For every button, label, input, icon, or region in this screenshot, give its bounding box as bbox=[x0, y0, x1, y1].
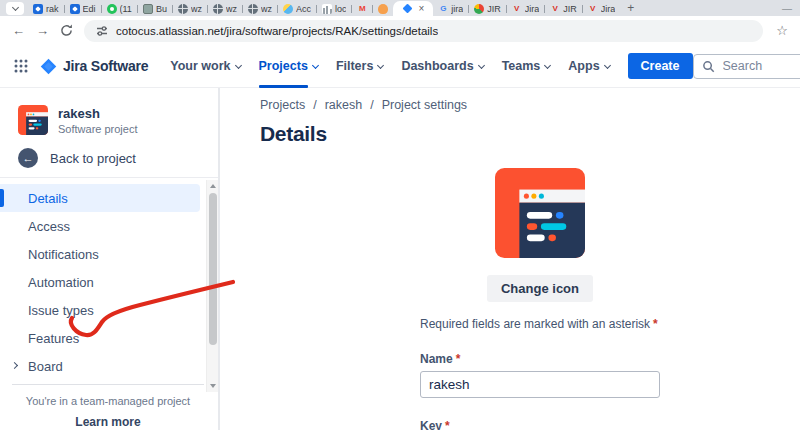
browser-toolbar: ← → cotocus.atlassian.net/jira/software/… bbox=[0, 16, 800, 45]
chart-favicon-icon bbox=[322, 4, 332, 14]
key-label-text: Key bbox=[420, 419, 442, 430]
search-input[interactable] bbox=[721, 58, 800, 74]
tab-label: jira bbox=[451, 4, 463, 14]
tab-label: rak bbox=[46, 4, 59, 14]
project-avatar bbox=[18, 105, 48, 135]
sidebar-item-automation[interactable]: Automation bbox=[0, 268, 200, 296]
browser-tab-acc[interactable]: Acc bbox=[278, 1, 316, 16]
name-label-text: Name bbox=[420, 352, 453, 366]
browser-tab-jir[interactable]: VJIR bbox=[545, 1, 582, 16]
browser-tab-rak[interactable]: rak bbox=[28, 1, 64, 16]
browser-tab-wz[interactable]: wz bbox=[173, 1, 207, 16]
chevron-down-icon bbox=[478, 62, 485, 69]
search-box[interactable] bbox=[693, 54, 800, 79]
chevron-down-icon bbox=[377, 62, 384, 69]
project-type: Software project bbox=[58, 123, 137, 135]
create-button[interactable]: Create bbox=[628, 53, 693, 79]
tab-label: wz bbox=[261, 4, 272, 14]
jira-logo[interactable]: Jira Software bbox=[40, 58, 148, 75]
browser-tab-gmail[interactable]: M bbox=[352, 1, 372, 16]
jiradiamond-favicon-icon bbox=[402, 4, 412, 14]
nav-item-projects[interactable]: Projects bbox=[259, 45, 318, 88]
nav-item-label: Filters bbox=[336, 59, 374, 73]
site-settings-icon[interactable] bbox=[96, 25, 108, 37]
window-control-dash[interactable]: — bbox=[774, 3, 800, 16]
tab-label: wz bbox=[191, 4, 202, 14]
sidebar-item-access[interactable]: Access bbox=[0, 212, 200, 240]
browser-tab-wz[interactable]: wz bbox=[243, 1, 277, 16]
browser-tab-jira[interactable]: VJira bbox=[583, 1, 621, 16]
nav-item-teams[interactable]: Teams bbox=[502, 45, 551, 88]
vred-favicon-icon: V bbox=[512, 4, 522, 14]
sidebar-item-issue-types[interactable]: Issue types bbox=[0, 296, 200, 324]
sidebar-item-label: Access bbox=[28, 219, 70, 234]
asterisk: * bbox=[456, 352, 461, 366]
sidebar-item-label: Issue types bbox=[28, 303, 94, 318]
asterisk: * bbox=[653, 317, 658, 331]
sidebar-item-label: Board bbox=[28, 359, 63, 374]
jira-logo-icon bbox=[40, 58, 57, 75]
project-name: rakesh bbox=[58, 106, 137, 121]
sidebar-item-board[interactable]: Board bbox=[0, 352, 200, 380]
tab-label: wz bbox=[226, 4, 237, 14]
close-icon[interactable]: × bbox=[418, 4, 424, 14]
sidebar-item-label: Notifications bbox=[28, 247, 99, 262]
learn-more-link[interactable]: Learn more bbox=[0, 415, 216, 430]
nav-item-apps[interactable]: Apps bbox=[568, 45, 609, 88]
browser-tab-jir[interactable]: JIR bbox=[469, 1, 506, 16]
sidebar-item-label: Automation bbox=[28, 275, 94, 290]
browser-tab-bu[interactable]: Bu bbox=[138, 1, 172, 16]
scrollbar-thumb[interactable] bbox=[209, 193, 217, 345]
tab-search-button[interactable] bbox=[6, 2, 24, 15]
nav-item-your-work[interactable]: Your work bbox=[170, 45, 240, 88]
browser-tab-11[interactable]: (11 bbox=[102, 1, 137, 16]
breadcrumb-item[interactable]: Projects bbox=[260, 98, 305, 112]
address-bar[interactable]: cotocus.atlassian.net/jira/software/proj… bbox=[84, 20, 763, 42]
browser-window: rakEdi(11BuwzwzwzAcclocM×GjiraJIRVJiraVJ… bbox=[0, 0, 800, 430]
tab-label: (11 bbox=[120, 4, 132, 14]
back-arrow-icon: ← bbox=[18, 148, 38, 168]
chevron-down-icon bbox=[11, 4, 18, 11]
nav-item-label: Projects bbox=[259, 59, 308, 73]
sidebar-item-notifications[interactable]: Notifications bbox=[0, 240, 200, 268]
new-tab-button[interactable]: + bbox=[620, 1, 641, 16]
bot-favicon-icon bbox=[143, 4, 153, 14]
browser-tab-hand[interactable] bbox=[373, 1, 393, 16]
change-icon-button[interactable]: Change icon bbox=[487, 275, 593, 302]
bookmark-star-icon[interactable]: ☆ bbox=[776, 23, 788, 38]
tab-label: Edi bbox=[83, 4, 96, 14]
globe-favicon-icon bbox=[248, 4, 258, 14]
sidebar-scrollbar[interactable] bbox=[206, 180, 218, 392]
sidebar-item-details[interactable]: Details bbox=[0, 184, 200, 212]
breadcrumb-item[interactable]: rakesh bbox=[325, 98, 363, 112]
globe-favicon-icon bbox=[213, 4, 223, 14]
browser-tab-jira[interactable]: VJira bbox=[507, 1, 545, 16]
back-button[interactable]: ← bbox=[12, 23, 25, 38]
back-to-project[interactable]: ← Back to project bbox=[0, 148, 218, 168]
browser-tab-active[interactable]: × bbox=[393, 1, 433, 16]
nav-item-label: Teams bbox=[502, 59, 541, 73]
key-field-label: Key* bbox=[420, 419, 660, 430]
nav-item-dashboards[interactable]: Dashboards bbox=[401, 45, 483, 88]
sidebar-footer: You're in a team-managed project Learn m… bbox=[0, 384, 216, 430]
browser-tab-edi[interactable]: Edi bbox=[65, 1, 101, 16]
browser-tab-wz[interactable]: wz bbox=[208, 1, 242, 16]
pie-favicon-icon bbox=[474, 4, 484, 14]
sidebar-item-features[interactable]: Features bbox=[0, 324, 200, 352]
browser-tab-strip: rakEdi(11BuwzwzwzAcclocM×GjiraJIRVJiraVJ… bbox=[0, 0, 800, 16]
project-settings-sidebar: rakesh Software project ← Back to projec… bbox=[0, 88, 220, 430]
breadcrumb-item[interactable]: Project settings bbox=[382, 98, 467, 112]
browser-tab-loc[interactable]: loc bbox=[317, 1, 352, 16]
browser-tab-jira[interactable]: Gjira bbox=[433, 1, 468, 16]
app-switcher-icon[interactable] bbox=[14, 59, 28, 73]
name-input[interactable] bbox=[420, 371, 660, 398]
whatsapp-favicon-icon bbox=[107, 4, 117, 14]
product-name: Jira Software bbox=[63, 58, 148, 74]
url-text: cotocus.atlassian.net/jira/software/proj… bbox=[116, 25, 438, 37]
sidebar-menu: DetailsAccessNotificationsAutomationIssu… bbox=[0, 184, 218, 380]
scroll-up-arrow[interactable] bbox=[210, 184, 216, 188]
nav-item-filters[interactable]: Filters bbox=[336, 45, 384, 88]
reload-button[interactable] bbox=[60, 24, 73, 37]
forward-button[interactable]: → bbox=[36, 23, 49, 38]
chevron-down-icon bbox=[544, 62, 551, 69]
